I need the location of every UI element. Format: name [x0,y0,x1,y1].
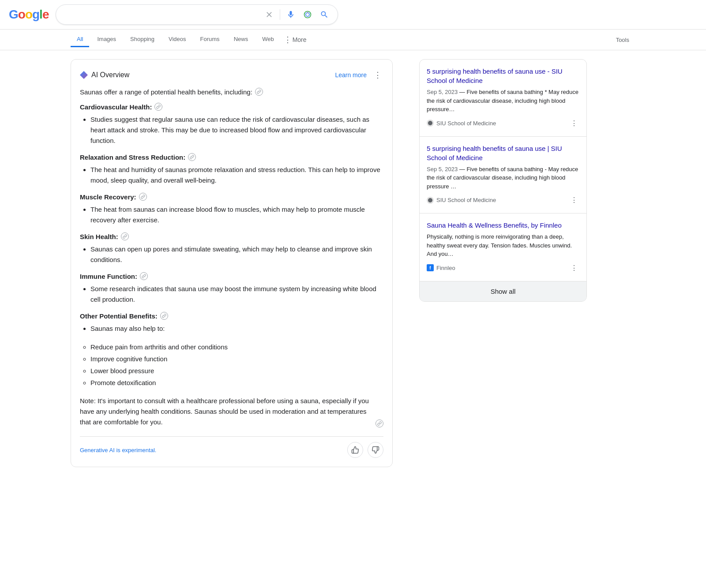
result-snippet-3: Physically, nothing is more reinvigorati… [427,232,579,258]
google-logo[interactable]: Google [9,7,49,22]
cardiovascular-list: Studies suggest that regular sauna use c… [80,114,383,146]
section-other: Other Potential Benefits: [80,312,383,320]
thumbs-up-icon [351,446,359,454]
mic-icon [286,10,295,19]
result-source-2: SIU School of Medicine ⋮ [427,194,579,206]
more-dropdown[interactable]: ⋮ More [282,32,308,47]
other-intro-item: Saunas may also help to: [90,323,383,334]
source-info-2: SIU School of Medicine [427,197,496,204]
result-more-button-1[interactable]: ⋮ [569,117,579,129]
main-content: AI Overview Learn more ⋮ Saunas offer a … [0,50,706,485]
result-source-3: f Finnleo ⋮ [427,262,579,274]
ai-overview-title: AI Overview [91,71,129,79]
ai-more-button[interactable]: ⋮ [372,68,383,82]
other-sub-item-4: Promote detoxification [90,377,383,389]
voice-search-button[interactable] [285,8,297,21]
clear-button[interactable] [263,8,275,21]
immune-link-icon[interactable] [140,272,148,280]
muscle-item: The heat from saunas can increase blood … [90,204,383,225]
tab-shopping[interactable]: Shopping [124,32,161,47]
show-all-button[interactable]: Show all [420,281,586,301]
source-info-1: SIU School of Medicine [427,120,496,127]
result-card: 5 surprising health benefits of sauna us… [419,59,587,302]
other-link-icon[interactable] [160,312,168,320]
search-input[interactable]: sauna benefits [63,11,259,19]
search-button[interactable] [318,8,330,21]
ai-diamond-icon [80,71,88,79]
learn-more-link[interactable]: Learn more [335,71,367,79]
skin-link-icon[interactable] [121,232,129,240]
tab-news[interactable]: News [228,32,255,47]
tab-videos[interactable]: Videos [162,32,192,47]
skin-list: Saunas can open up pores and stimulate s… [80,244,383,265]
note-link-icon[interactable] [376,419,383,427]
svg-point-3 [428,198,432,202]
other-list: Saunas may also help to: [80,323,383,334]
siu-icon-2 [427,197,434,204]
result-item-3: Sauna Health & Wellness Benefits, by Fin… [420,213,586,281]
cardiovascular-link-icon[interactable] [154,103,162,111]
result-more-button-3[interactable]: ⋮ [569,262,579,274]
tools-button[interactable]: Tools [610,33,635,47]
other-sub-item-2: Improve cognitive function [90,353,383,365]
lens-button[interactable] [301,8,314,21]
nav-tabs: All Images Shopping Videos Forums News W… [0,30,706,50]
link-icon [257,90,261,94]
skin-item: Saunas can open up pores and stimulate s… [90,244,383,265]
divider [280,9,280,20]
tab-images[interactable]: Images [91,32,122,47]
muscle-link-icon[interactable] [139,193,147,201]
lens-icon [303,10,312,19]
result-title-3[interactable]: Sauna Health & Wellness Benefits, by Fin… [427,221,579,230]
more-label: More [293,36,307,43]
cardiovascular-item: Studies suggest that regular sauna use c… [90,114,383,146]
other-sub-item-1: Reduce pain from arthritis and other con… [90,341,383,353]
tab-all[interactable]: All [71,32,89,47]
ai-overview-panel: AI Overview Learn more ⋮ Saunas offer a … [71,59,393,467]
left-panel: AI Overview Learn more ⋮ Saunas offer a … [71,59,393,476]
immune-item: Some research indicates that sauna use m… [90,284,383,305]
ai-note: Note: It's important to consult with a h… [80,396,383,427]
search-bar-wrapper: sauna benefits [56,4,338,25]
ai-title-row: AI Overview [80,71,129,79]
result-item-1: 5 surprising health benefits of sauna us… [420,60,586,137]
header: Google sauna benefits [0,0,706,30]
tab-forums[interactable]: Forums [194,32,226,47]
generative-label: Generative AI is experimental. [80,447,156,453]
facebook-icon: f [427,264,434,271]
other-sub-item-3: Lower blood pressure [90,365,383,377]
source-name-2: SIU School of Medicine [436,197,496,203]
result-title-2[interactable]: 5 surprising health benefits of sauna us… [427,144,579,162]
section-relaxation: Relaxation and Stress Reduction: [80,153,383,161]
thumbs-up-button[interactable] [347,442,363,458]
result-snippet-2: Sep 5, 2023 — Five benefits of sauna bat… [427,165,579,191]
tab-web[interactable]: Web [256,32,280,47]
search-bar-icons [263,8,330,21]
immune-list: Some research indicates that sauna use m… [80,284,383,305]
other-sub-list: Reduce pain from arthritis and other con… [80,341,383,389]
result-source-1: SIU School of Medicine ⋮ [427,117,579,129]
search-icon [320,10,329,19]
relaxation-link-icon[interactable] [188,153,196,161]
siu-icon-1 [427,120,434,127]
clear-icon [265,10,274,19]
section-cardiovascular: Cardiovascular Health: [80,103,383,111]
result-item-2: 5 surprising health benefits of sauna us… [420,137,586,214]
feedback-buttons [347,442,383,458]
relaxation-list: The heat and humidity of saunas promote … [80,165,383,186]
svg-point-2 [428,121,432,125]
thumbs-down-button[interactable] [368,442,383,458]
result-snippet-1: Sep 5, 2023 — Five benefits of sauna bat… [427,88,579,114]
result-title-1[interactable]: 5 surprising health benefits of sauna us… [427,67,579,85]
muscle-list: The heat from saunas can increase blood … [80,204,383,225]
section-muscle-recovery: Muscle Recovery: [80,193,383,201]
nav-tabs-right: Tools [610,33,635,47]
source-name-1: SIU School of Medicine [436,120,496,127]
result-more-button-2[interactable]: ⋮ [569,194,579,206]
right-panel: 5 surprising health benefits of sauna us… [419,59,587,476]
thumbs-down-icon [372,446,379,454]
source-info-3: f Finnleo [427,264,455,271]
intro-link-icon[interactable] [255,88,263,96]
relaxation-item: The heat and humidity of saunas promote … [90,165,383,186]
ai-footer: Generative AI is experimental. [80,436,383,458]
